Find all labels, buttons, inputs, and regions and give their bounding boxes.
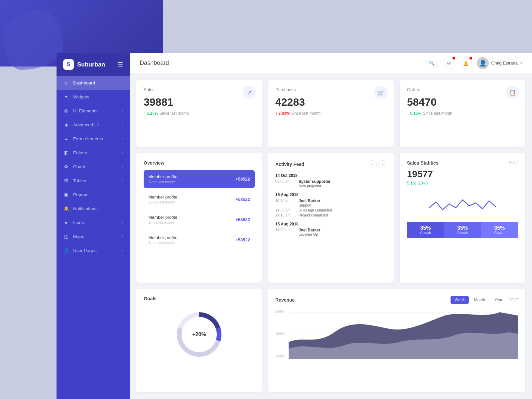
nav-icon-editors: ◧ (63, 150, 69, 155)
revenue-chart-area: 25000 20000 15000 (275, 309, 518, 359)
activity-event: UI design completed (299, 208, 332, 212)
activity-header: Activity Feed ‹ › (275, 160, 386, 168)
activity-time: 10:30 am (275, 199, 294, 207)
sales-bottom-item-2: 35% Grow... (481, 222, 518, 238)
sidebar-item-charts[interactable]: ✿ Charts › (57, 160, 130, 174)
activity-title: Activity Feed (275, 162, 369, 167)
notifications-button[interactable]: 🔔 (460, 57, 472, 69)
activity-time: 09:00 am (275, 179, 294, 188)
sales-stats-title: Sales Statitics (407, 160, 439, 166)
sidebar-item-dashboard[interactable]: ⌂ Dashboard (57, 76, 130, 90)
stat-change: ↑ 5.15%Since last month (144, 111, 255, 116)
activity-entry-1: 15 Aug 2018 10:30 am Joel Barker Support… (275, 193, 386, 217)
next-arrow-button[interactable]: › (378, 160, 386, 168)
activity-entries: 14 Oct 2018 09:00 am Syster supporter Ne… (275, 173, 386, 236)
nav-arrow-advanced-ui: › (122, 123, 123, 127)
stat-label: Sales (144, 87, 255, 92)
nav-label-maps: Maps (73, 234, 84, 239)
search-icon: 🔍 (429, 61, 435, 66)
nav-icon-ui-elements: ◎ (63, 108, 69, 113)
sidebar-item-editors[interactable]: ◧ Editors › (57, 146, 130, 160)
goals-card: Goals +20% (136, 289, 262, 392)
email-badge (453, 57, 455, 60)
sb-label: Growth (410, 231, 441, 235)
stat-label: Orders (407, 87, 518, 92)
activity-row: 10:30 am Joel Barker Support (275, 199, 386, 207)
activity-event: Levelled Up (299, 232, 320, 236)
activity-event: New projector (299, 184, 331, 188)
menu-toggle-button[interactable]: ☰ (118, 61, 123, 68)
ov-sub: Since last month (148, 200, 235, 204)
nav-label-advanced-ui: Advanced UI (73, 122, 99, 127)
email-button[interactable]: ✉ (443, 57, 455, 69)
stat-value: 42283 (275, 96, 386, 108)
activity-person-name: Joel Barker (299, 228, 320, 232)
overview-item-0[interactable]: Member profite Since last month +58522 (144, 170, 255, 188)
period-tab-week[interactable]: Week (451, 296, 468, 304)
sales-statistics-card: Sales Statitics 2017 19577 5.15(+20%) 35… (400, 153, 525, 283)
nav-icon-maps: ◫ (63, 234, 69, 239)
nav-arrow-form-elements: › (122, 137, 123, 141)
nav-icon-icons: ● (63, 220, 69, 225)
nav-label-popups: Popups (73, 192, 88, 197)
sidebar-item-widgets[interactable]: ✦ Widgets (57, 90, 130, 104)
activity-event: Support (299, 203, 320, 207)
nav-arrow-editors: › (122, 151, 123, 155)
revenue-header: Revenue WeekMonthYear 2017 (275, 296, 518, 304)
search-button[interactable]: 🔍 (426, 57, 438, 69)
sidebar-item-ui-elements[interactable]: ◎ UI Elements › (57, 104, 130, 118)
nav-label-notifications: Notifications (73, 206, 98, 211)
ov-value: +58522 (235, 237, 250, 242)
ov-label: Member profite (148, 235, 235, 240)
overview-title: Overview (144, 160, 255, 166)
nav-label-user-pages: User Pages (73, 248, 97, 253)
activity-row: 11:00 am Joel Barker Levelled Up (275, 228, 386, 236)
revenue-chart-svg (289, 309, 518, 359)
goals-title: Goals (144, 296, 255, 301)
overview-item-1[interactable]: Member profite Since last month +58522 (144, 191, 255, 208)
nav-arrow-user-pages: › (122, 248, 123, 252)
user-profile[interactable]: 👤 Craig Estrada ▾ (477, 57, 522, 69)
overview-item-3[interactable]: Member profite Since last month +58522 (144, 231, 255, 249)
sidebar-item-notifications[interactable]: 🔔 Notifications (57, 201, 130, 215)
logo-text: Suburban (77, 61, 105, 68)
revenue-card: Revenue WeekMonthYear 2017 25000 20000 1… (268, 289, 525, 392)
sidebar-item-advanced-ui[interactable]: ◈ Advanced UI › (57, 118, 130, 132)
nav-menu: ⌂ Dashboard ✦ Widgets ◎ UI Elements › ◈ … (57, 76, 130, 257)
period-tab-year[interactable]: Year (490, 296, 506, 304)
sales-stats-change: 5.15(+20%) (407, 181, 518, 186)
sidebar-item-tables[interactable]: ⊞ Tables › (57, 174, 130, 188)
sidebar-item-popups[interactable]: ▣ Popups (57, 188, 130, 201)
nav-icon-charts: ✿ (63, 164, 69, 169)
overview-item-2[interactable]: Member profite Since last month +58522 (144, 211, 255, 228)
nav-arrow-charts: › (122, 165, 123, 169)
nav-arrow-icons: › (122, 220, 123, 224)
activity-row: 09:00 am Syster supporter New projector (275, 179, 386, 188)
period-tab-month[interactable]: Month (470, 296, 489, 304)
activity-row: 11:10 am Project completed (275, 213, 386, 217)
sidebar-item-user-pages[interactable]: 👤 User Pages › (57, 243, 130, 257)
stat-icon: ↗ (243, 86, 256, 99)
sidebar-item-form-elements[interactable]: ≡ Form elements › (57, 132, 130, 146)
sidebar-logo: S Suburban ☰ (57, 53, 130, 76)
sb-label: Grow... (484, 231, 515, 235)
activity-person-name: Joel Barker (299, 199, 320, 203)
sidebar-item-maps[interactable]: ◫ Maps › (57, 229, 130, 243)
prev-arrow-button[interactable]: ‹ (369, 160, 377, 168)
ov-sub: Since last month (148, 220, 235, 224)
ov-sub: Since last month (148, 241, 235, 245)
nav-icon-popups: ▣ (63, 192, 69, 197)
stat-card-purchases: Purchases 🛒 42283 ↓ 2.83%Since last mont… (268, 80, 394, 147)
sales-line-chart (407, 191, 518, 217)
revenue-year: 2017 (509, 298, 518, 302)
stat-card-sales: Sales ↗ 39881 ↑ 5.15%Since last month (136, 80, 262, 147)
nav-icon-form-elements: ≡ (63, 136, 69, 141)
stat-icon: 🛒 (374, 86, 388, 99)
stat-icon: 📋 (506, 86, 519, 99)
dashboard-body: Sales ↗ 39881 ↑ 5.15%Since last month Pu… (130, 73, 532, 399)
ov-value: +58522 (235, 197, 250, 202)
sidebar-item-icons[interactable]: ● Icons › (57, 215, 130, 229)
ov-label: Member profite (148, 195, 235, 200)
sales-bottom-item-0: 35% Growth (407, 222, 444, 238)
stat-label: Purchases (275, 87, 386, 92)
